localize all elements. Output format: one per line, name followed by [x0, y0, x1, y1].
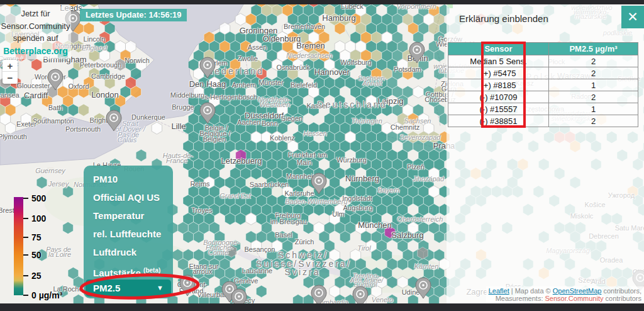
pm25-value-cell: 2 — [549, 91, 638, 103]
attribution-text: contributors, — [601, 287, 641, 295]
table-row: (+) #81851 — [448, 79, 638, 91]
pin-sensor-icon-dot — [206, 64, 209, 66]
table-row: (-) #107092 — [448, 91, 638, 103]
beta-superscript: (beta) — [143, 267, 160, 274]
map-attribution: Leaflet | Map data © OpenStreetMap contr… — [486, 286, 644, 303]
betterplace-link[interactable]: Betterplace.org — [3, 46, 68, 56]
pin-sensor-icon-dot — [318, 179, 320, 182]
pin-sensor-icon-dot — [186, 281, 189, 284]
map-pin-marker[interactable] — [180, 275, 195, 296]
pin-sensor-icon-dot — [416, 48, 418, 51]
zoom-control: + − — [3, 60, 18, 84]
last-update-badge: Letztes Update: 14:56:19 — [80, 9, 187, 21]
pin-sensor-icon-dot — [206, 109, 209, 111]
sensor-table: SensorPM2.5 µg/m³ Median 5 Sens.2(+) #54… — [448, 42, 638, 127]
zoom-in-button[interactable]: + — [3, 60, 18, 72]
osm-link[interactable]: OpenStreetMap — [553, 287, 602, 295]
map-pin-marker[interactable] — [416, 278, 431, 298]
annotation-rectangle — [481, 42, 526, 128]
layer-menu-item-lautst-rke[interactable]: Lautstärke (beta) — [84, 261, 173, 280]
window-top-bar — [0, 0, 644, 4]
selected-layer-label: PM2.5 — [93, 283, 120, 293]
window-bottom-bar — [0, 303, 644, 311]
map-pin-marker[interactable] — [200, 103, 215, 123]
column-header-pm2-5-g-m: PM2.5 µg/m³ — [549, 43, 638, 55]
pin-sensor-icon-dot — [238, 295, 240, 298]
sensor-table-head: SensorPM2.5 µg/m³ — [448, 43, 638, 55]
pin-sensor-icon-dot — [228, 288, 231, 290]
sensor-community-map-app: LeedsHullLiverpoolLincolnNottinghamEngla… — [0, 0, 644, 311]
pm25-value-cell: 1 — [549, 103, 638, 115]
map-pin-marker[interactable] — [409, 42, 425, 63]
leaflet-link[interactable]: Leaflet — [489, 287, 509, 295]
table-row: (-) #155571 — [448, 103, 638, 115]
pin-sensor-icon-dot — [54, 76, 57, 78]
table-row: (+) #54752 — [448, 67, 638, 79]
explanation-toggle[interactable]: Erklärung einblenden — [459, 13, 548, 24]
pin-body — [416, 278, 431, 298]
table-row: Median 5 Sens.2 — [448, 55, 638, 67]
pm25-value-cell: 2 — [549, 67, 638, 79]
close-icon[interactable]: ✕ — [621, 6, 644, 28]
layer-menu-item-temperatur[interactable]: Temperatur — [84, 206, 173, 225]
attribution-text: contributors — [603, 295, 641, 302]
donation-line: spenden auf — [13, 33, 58, 43]
donation-line: Sensor.Community — [1, 21, 70, 31]
pin-body — [180, 275, 195, 296]
pin-body — [200, 103, 215, 123]
sensor-table-body: Median 5 Sens.2(+) #54752(+) #81851(-) #… — [448, 55, 638, 127]
pin-body — [311, 173, 326, 194]
table-row: (-) #388512 — [448, 115, 638, 127]
pin-body — [106, 110, 121, 131]
layer-menu-item-rel-luftfeuchte[interactable]: rel. Luftfeuchte — [84, 225, 173, 243]
sensor-community-credit: Sensor.Community — [545, 295, 604, 302]
pin-sensor-icon-dot — [72, 17, 74, 20]
pin-body — [200, 57, 215, 78]
donation-line: Jetzt für — [21, 9, 50, 18]
pm25-value-cell: 2 — [549, 55, 638, 67]
pin-sensor-icon-dot — [422, 284, 425, 286]
map-pin-marker[interactable] — [311, 173, 326, 194]
map-pin-marker[interactable] — [48, 69, 63, 90]
pin-sensor-icon-dot — [318, 291, 320, 294]
attribution-text: | Map data © — [509, 287, 553, 295]
zoom-out-button[interactable]: − — [3, 72, 18, 84]
layer-menu-item-pm10[interactable]: PM10 — [84, 170, 173, 188]
pm25-value-cell: 1 — [549, 79, 638, 91]
map-pin-marker[interactable] — [106, 110, 121, 131]
selected-layer-button[interactable]: PM2.5 ▼ — [86, 280, 171, 297]
pin-sensor-icon-dot — [359, 293, 362, 295]
layer-menu-items: PM10Official AQI USTemperaturrel. Luftfe… — [84, 170, 173, 280]
pin-sensor-icon-dot — [113, 116, 115, 119]
donation-box: Jetzt für Sensor.Community spenden auf B… — [0, 6, 71, 59]
layer-menu-item-official-aqi-us[interactable]: Official AQI US — [84, 188, 173, 206]
layer-menu-item-luftdruck[interactable]: Luftdruck — [84, 243, 173, 261]
dropdown-arrow-icon: ▼ — [157, 280, 164, 297]
pin-body — [48, 69, 63, 90]
attribution-text: Measurements: — [496, 295, 545, 302]
pm25-value-cell: 2 — [549, 115, 638, 127]
layer-menu: PM10Official AQI USTemperaturrel. Luftfe… — [84, 166, 173, 298]
pin-body — [409, 42, 425, 63]
map-pin-marker[interactable] — [200, 57, 215, 78]
